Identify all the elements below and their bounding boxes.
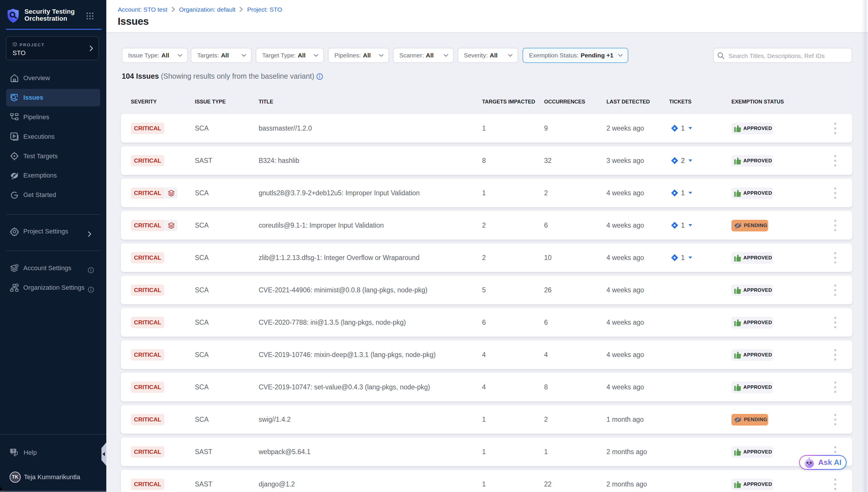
svg-text:?: ? [12,448,15,453]
